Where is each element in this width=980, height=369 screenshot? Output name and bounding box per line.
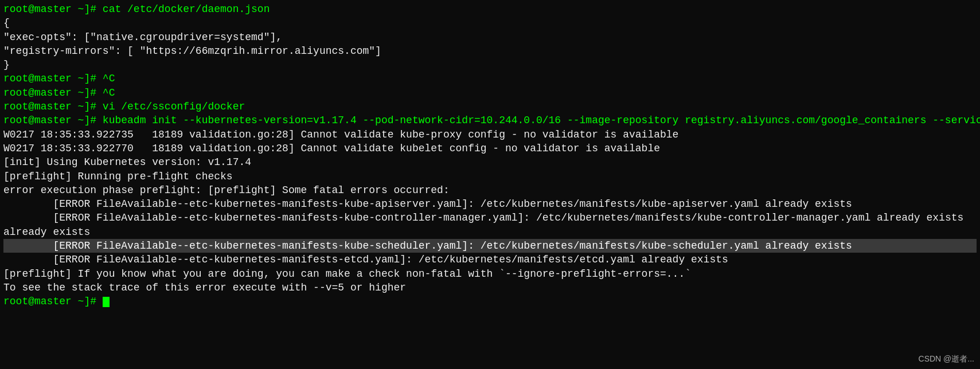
terminal-line: [preflight] Running pre-flight checks xyxy=(3,170,977,183)
terminal-line: [preflight] If you know what you are doi… xyxy=(3,267,977,281)
terminal: root@master ~]# cat /etc/docker/daemon.j… xyxy=(0,0,980,369)
terminal-line: { xyxy=(3,16,977,30)
terminal-line: [ERROR FileAvailable--etc-kubernetes-man… xyxy=(3,239,977,253)
terminal-line: root@master ~]# ^C xyxy=(3,86,977,100)
terminal-line: [init] Using Kubernetes version: v1.17.4 xyxy=(3,155,977,169)
terminal-line: "registry-mirrors": [ "https://66mzqrih.… xyxy=(3,44,977,58)
terminal-line: } xyxy=(3,58,977,72)
terminal-line: [ERROR FileAvailable--etc-kubernetes-man… xyxy=(3,253,977,266)
terminal-line: To see the stack trace of this error exe… xyxy=(3,281,977,295)
terminal-line: [ERROR FileAvailable--etc-kubernetes-man… xyxy=(3,197,977,211)
terminal-line: root@master ~]# cat /etc/docker/daemon.j… xyxy=(3,2,977,16)
terminal-line: W0217 18:35:33.922770 18189 validation.g… xyxy=(3,142,977,155)
terminal-line: already exists xyxy=(3,225,977,239)
terminal-line: "exec-opts": ["native.cgroupdriver=syste… xyxy=(3,30,977,44)
terminal-line: root@master ~]# kubeadm init --kubernete… xyxy=(3,113,977,127)
terminal-line: error execution phase preflight: [prefli… xyxy=(3,183,977,197)
watermark: CSDN @逝者... xyxy=(919,354,974,364)
terminal-line: root@master ~]# xyxy=(3,295,977,308)
terminal-line: root@master ~]# vi /etc/ssconfig/docker xyxy=(3,100,977,113)
terminal-line: root@master ~]# ^C xyxy=(3,72,977,85)
terminal-line: [ERROR FileAvailable--etc-kubernetes-man… xyxy=(3,211,977,225)
cursor xyxy=(103,297,110,307)
terminal-line: W0217 18:35:33.922735 18189 validation.g… xyxy=(3,128,977,142)
